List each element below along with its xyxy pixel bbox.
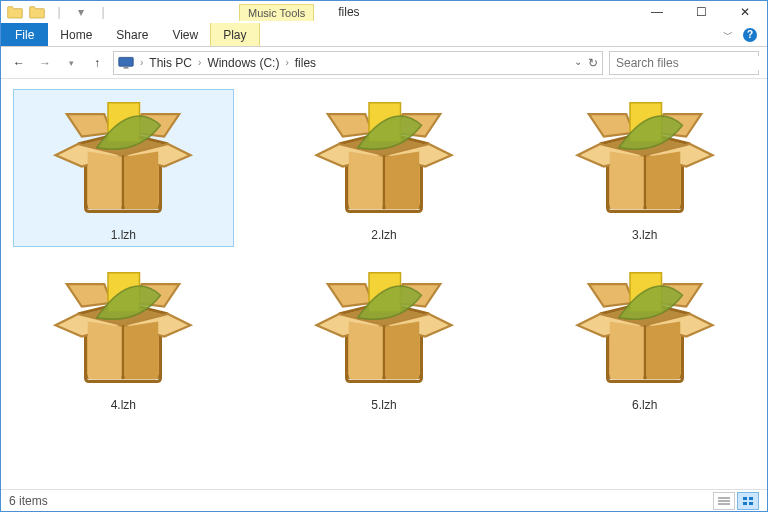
file-item[interactable]: 5.lzh — [274, 259, 495, 417]
archive-icon — [48, 264, 198, 394]
archive-icon — [570, 264, 720, 394]
window-title: files — [338, 5, 359, 19]
qat-divider: | — [93, 2, 113, 22]
archive-icon — [48, 94, 198, 224]
file-label: 1.lzh — [111, 228, 136, 242]
close-button[interactable]: ✕ — [723, 1, 767, 23]
breadcrumb-item[interactable]: Windows (C:) — [207, 56, 279, 70]
view-largeicons-button[interactable] — [737, 492, 759, 510]
address-bar[interactable]: › This PC › Windows (C:) › files ⌄ ↻ — [113, 51, 603, 75]
nav-bar: ← → ▾ ↑ › This PC › Windows (C:) › files… — [1, 47, 767, 79]
maximize-button[interactable]: ☐ — [679, 1, 723, 23]
tab-view[interactable]: View — [160, 23, 210, 46]
archive-icon — [309, 264, 459, 394]
file-item[interactable]: 2.lzh — [274, 89, 495, 247]
file-label: 3.lzh — [632, 228, 657, 242]
qat-new-icon[interactable]: ▾ — [71, 2, 91, 22]
titlebar: | ▾ | Music Tools files — ☐ ✕ — [1, 1, 767, 23]
file-grid: 1.lzh2.lzh3.lzh4.lzh5.lzh6.lzh — [13, 89, 755, 417]
tab-home[interactable]: Home — [48, 23, 104, 46]
folder-icon[interactable] — [5, 2, 25, 22]
file-item[interactable]: 3.lzh — [534, 89, 755, 247]
qat-separator: | — [49, 2, 69, 22]
ribbon-expand-icon[interactable]: ﹀ — [723, 28, 733, 42]
svg-rect-12 — [749, 502, 753, 505]
file-label: 6.lzh — [632, 398, 657, 412]
breadcrumb-sep[interactable]: › — [283, 57, 290, 68]
file-item[interactable]: 6.lzh — [534, 259, 755, 417]
svg-rect-9 — [743, 497, 747, 500]
breadcrumb-sep[interactable]: › — [196, 57, 203, 68]
breadcrumb-item[interactable]: files — [295, 56, 316, 70]
window-controls: — ☐ ✕ — [635, 1, 767, 23]
minimize-button[interactable]: — — [635, 1, 679, 23]
file-item[interactable]: 4.lzh — [13, 259, 234, 417]
tab-share[interactable]: Share — [104, 23, 160, 46]
search-input[interactable] — [616, 56, 766, 70]
status-item-count: 6 items — [9, 494, 48, 508]
back-button[interactable]: ← — [9, 53, 29, 73]
svg-rect-11 — [743, 502, 747, 505]
search-box[interactable]: 🔍 — [609, 51, 759, 75]
archive-icon — [309, 94, 459, 224]
content-pane[interactable]: 1.lzh2.lzh3.lzh4.lzh5.lzh6.lzh — [1, 79, 767, 489]
monitor-icon — [118, 56, 134, 70]
file-label: 4.lzh — [111, 398, 136, 412]
address-dropdown-icon[interactable]: ⌄ — [574, 56, 582, 70]
svg-rect-10 — [749, 497, 753, 500]
archive-icon — [570, 94, 720, 224]
refresh-icon[interactable]: ↻ — [588, 56, 598, 70]
breadcrumb-item[interactable]: This PC — [149, 56, 192, 70]
up-button[interactable]: ↑ — [87, 53, 107, 73]
forward-button[interactable]: → — [35, 53, 55, 73]
contextual-tab-label: Music Tools — [239, 4, 314, 21]
breadcrumb-sep[interactable]: › — [138, 57, 145, 68]
properties-icon[interactable] — [27, 2, 47, 22]
tab-play[interactable]: Play — [210, 23, 259, 46]
view-details-button[interactable] — [713, 492, 735, 510]
help-icon[interactable]: ? — [743, 28, 757, 42]
file-label: 2.lzh — [371, 228, 396, 242]
file-item[interactable]: 1.lzh — [13, 89, 234, 247]
explorer-window: | ▾ | Music Tools files — ☐ ✕ File Home … — [0, 0, 768, 512]
ribbon-tabs: File Home Share View Play ﹀ ? — [1, 23, 767, 47]
recent-dropdown[interactable]: ▾ — [61, 53, 81, 73]
tab-file[interactable]: File — [1, 23, 48, 46]
quick-access-toolbar: | ▾ | — [1, 2, 113, 22]
status-bar: 6 items — [1, 489, 767, 511]
file-label: 5.lzh — [371, 398, 396, 412]
